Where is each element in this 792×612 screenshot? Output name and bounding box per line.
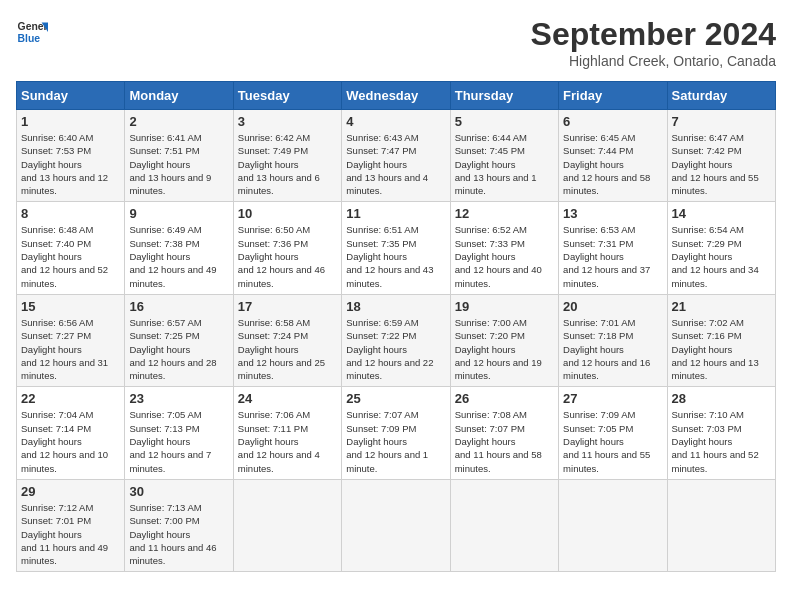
day-number: 6 — [563, 114, 662, 129]
calendar-cell — [342, 479, 450, 571]
day-info: Sunrise: 6:45 AM Sunset: 7:44 PM Dayligh… — [563, 131, 662, 197]
col-friday: Friday — [559, 82, 667, 110]
calendar-cell — [667, 479, 775, 571]
day-number: 2 — [129, 114, 228, 129]
calendar-cell: 8 Sunrise: 6:48 AM Sunset: 7:40 PM Dayli… — [17, 202, 125, 294]
calendar-cell: 9 Sunrise: 6:49 AM Sunset: 7:38 PM Dayli… — [125, 202, 233, 294]
day-number: 22 — [21, 391, 120, 406]
day-info: Sunrise: 7:07 AM Sunset: 7:09 PM Dayligh… — [346, 408, 445, 474]
day-info: Sunrise: 6:43 AM Sunset: 7:47 PM Dayligh… — [346, 131, 445, 197]
month-title: September 2024 — [531, 16, 776, 53]
calendar-cell: 7 Sunrise: 6:47 AM Sunset: 7:42 PM Dayli… — [667, 110, 775, 202]
col-wednesday: Wednesday — [342, 82, 450, 110]
day-info: Sunrise: 6:58 AM Sunset: 7:24 PM Dayligh… — [238, 316, 337, 382]
day-info: Sunrise: 6:48 AM Sunset: 7:40 PM Dayligh… — [21, 223, 120, 289]
calendar-cell: 22 Sunrise: 7:04 AM Sunset: 7:14 PM Dayl… — [17, 387, 125, 479]
col-thursday: Thursday — [450, 82, 558, 110]
calendar-cell: 16 Sunrise: 6:57 AM Sunset: 7:25 PM Dayl… — [125, 294, 233, 386]
day-info: Sunrise: 6:40 AM Sunset: 7:53 PM Dayligh… — [21, 131, 120, 197]
calendar-cell: 10 Sunrise: 6:50 AM Sunset: 7:36 PM Dayl… — [233, 202, 341, 294]
day-number: 8 — [21, 206, 120, 221]
calendar-cell: 26 Sunrise: 7:08 AM Sunset: 7:07 PM Dayl… — [450, 387, 558, 479]
day-number: 21 — [672, 299, 771, 314]
calendar-cell: 12 Sunrise: 6:52 AM Sunset: 7:33 PM Dayl… — [450, 202, 558, 294]
calendar-cell: 27 Sunrise: 7:09 AM Sunset: 7:05 PM Dayl… — [559, 387, 667, 479]
day-info: Sunrise: 7:06 AM Sunset: 7:11 PM Dayligh… — [238, 408, 337, 474]
day-number: 19 — [455, 299, 554, 314]
day-number: 18 — [346, 299, 445, 314]
day-number: 23 — [129, 391, 228, 406]
calendar-week-row: 15 Sunrise: 6:56 AM Sunset: 7:27 PM Dayl… — [17, 294, 776, 386]
svg-text:Blue: Blue — [18, 33, 41, 44]
day-number: 17 — [238, 299, 337, 314]
day-number: 26 — [455, 391, 554, 406]
day-info: Sunrise: 7:09 AM Sunset: 7:05 PM Dayligh… — [563, 408, 662, 474]
col-monday: Monday — [125, 82, 233, 110]
calendar-week-row: 29 Sunrise: 7:12 AM Sunset: 7:01 PM Dayl… — [17, 479, 776, 571]
calendar-cell: 18 Sunrise: 6:59 AM Sunset: 7:22 PM Dayl… — [342, 294, 450, 386]
calendar-cell: 2 Sunrise: 6:41 AM Sunset: 7:51 PM Dayli… — [125, 110, 233, 202]
location-title: Highland Creek, Ontario, Canada — [531, 53, 776, 69]
day-number: 12 — [455, 206, 554, 221]
day-info: Sunrise: 6:52 AM Sunset: 7:33 PM Dayligh… — [455, 223, 554, 289]
calendar-cell: 21 Sunrise: 7:02 AM Sunset: 7:16 PM Dayl… — [667, 294, 775, 386]
calendar-cell: 3 Sunrise: 6:42 AM Sunset: 7:49 PM Dayli… — [233, 110, 341, 202]
day-number: 25 — [346, 391, 445, 406]
day-info: Sunrise: 7:12 AM Sunset: 7:01 PM Dayligh… — [21, 501, 120, 567]
day-number: 7 — [672, 114, 771, 129]
day-info: Sunrise: 6:49 AM Sunset: 7:38 PM Dayligh… — [129, 223, 228, 289]
calendar-cell: 14 Sunrise: 6:54 AM Sunset: 7:29 PM Dayl… — [667, 202, 775, 294]
day-info: Sunrise: 6:47 AM Sunset: 7:42 PM Dayligh… — [672, 131, 771, 197]
day-number: 27 — [563, 391, 662, 406]
day-number: 1 — [21, 114, 120, 129]
day-info: Sunrise: 7:08 AM Sunset: 7:07 PM Dayligh… — [455, 408, 554, 474]
calendar-header-row: Sunday Monday Tuesday Wednesday Thursday… — [17, 82, 776, 110]
day-info: Sunrise: 6:51 AM Sunset: 7:35 PM Dayligh… — [346, 223, 445, 289]
title-area: September 2024 Highland Creek, Ontario, … — [531, 16, 776, 69]
page-header: General Blue September 2024 Highland Cre… — [16, 16, 776, 69]
calendar-cell: 29 Sunrise: 7:12 AM Sunset: 7:01 PM Dayl… — [17, 479, 125, 571]
day-number: 14 — [672, 206, 771, 221]
day-info: Sunrise: 7:13 AM Sunset: 7:00 PM Dayligh… — [129, 501, 228, 567]
day-info: Sunrise: 7:00 AM Sunset: 7:20 PM Dayligh… — [455, 316, 554, 382]
day-info: Sunrise: 7:01 AM Sunset: 7:18 PM Dayligh… — [563, 316, 662, 382]
calendar-cell: 17 Sunrise: 6:58 AM Sunset: 7:24 PM Dayl… — [233, 294, 341, 386]
calendar-week-row: 1 Sunrise: 6:40 AM Sunset: 7:53 PM Dayli… — [17, 110, 776, 202]
calendar-cell: 25 Sunrise: 7:07 AM Sunset: 7:09 PM Dayl… — [342, 387, 450, 479]
day-info: Sunrise: 6:56 AM Sunset: 7:27 PM Dayligh… — [21, 316, 120, 382]
calendar-cell — [559, 479, 667, 571]
col-sunday: Sunday — [17, 82, 125, 110]
day-number: 16 — [129, 299, 228, 314]
calendar-cell: 20 Sunrise: 7:01 AM Sunset: 7:18 PM Dayl… — [559, 294, 667, 386]
day-number: 5 — [455, 114, 554, 129]
calendar-cell: 11 Sunrise: 6:51 AM Sunset: 7:35 PM Dayl… — [342, 202, 450, 294]
calendar-week-row: 22 Sunrise: 7:04 AM Sunset: 7:14 PM Dayl… — [17, 387, 776, 479]
col-tuesday: Tuesday — [233, 82, 341, 110]
calendar-cell: 5 Sunrise: 6:44 AM Sunset: 7:45 PM Dayli… — [450, 110, 558, 202]
day-info: Sunrise: 6:44 AM Sunset: 7:45 PM Dayligh… — [455, 131, 554, 197]
day-info: Sunrise: 7:04 AM Sunset: 7:14 PM Dayligh… — [21, 408, 120, 474]
day-number: 9 — [129, 206, 228, 221]
day-info: Sunrise: 7:10 AM Sunset: 7:03 PM Dayligh… — [672, 408, 771, 474]
calendar-cell: 13 Sunrise: 6:53 AM Sunset: 7:31 PM Dayl… — [559, 202, 667, 294]
day-number: 3 — [238, 114, 337, 129]
day-info: Sunrise: 6:57 AM Sunset: 7:25 PM Dayligh… — [129, 316, 228, 382]
calendar-cell: 30 Sunrise: 7:13 AM Sunset: 7:00 PM Dayl… — [125, 479, 233, 571]
day-number: 13 — [563, 206, 662, 221]
calendar-cell — [233, 479, 341, 571]
calendar-cell — [450, 479, 558, 571]
day-info: Sunrise: 7:05 AM Sunset: 7:13 PM Dayligh… — [129, 408, 228, 474]
day-number: 15 — [21, 299, 120, 314]
day-number: 30 — [129, 484, 228, 499]
day-info: Sunrise: 6:53 AM Sunset: 7:31 PM Dayligh… — [563, 223, 662, 289]
day-number: 10 — [238, 206, 337, 221]
day-info: Sunrise: 6:54 AM Sunset: 7:29 PM Dayligh… — [672, 223, 771, 289]
day-number: 24 — [238, 391, 337, 406]
calendar-table: Sunday Monday Tuesday Wednesday Thursday… — [16, 81, 776, 572]
calendar-week-row: 8 Sunrise: 6:48 AM Sunset: 7:40 PM Dayli… — [17, 202, 776, 294]
day-number: 11 — [346, 206, 445, 221]
calendar-cell: 28 Sunrise: 7:10 AM Sunset: 7:03 PM Dayl… — [667, 387, 775, 479]
logo: General Blue — [16, 16, 48, 48]
calendar-cell: 19 Sunrise: 7:00 AM Sunset: 7:20 PM Dayl… — [450, 294, 558, 386]
day-info: Sunrise: 6:50 AM Sunset: 7:36 PM Dayligh… — [238, 223, 337, 289]
